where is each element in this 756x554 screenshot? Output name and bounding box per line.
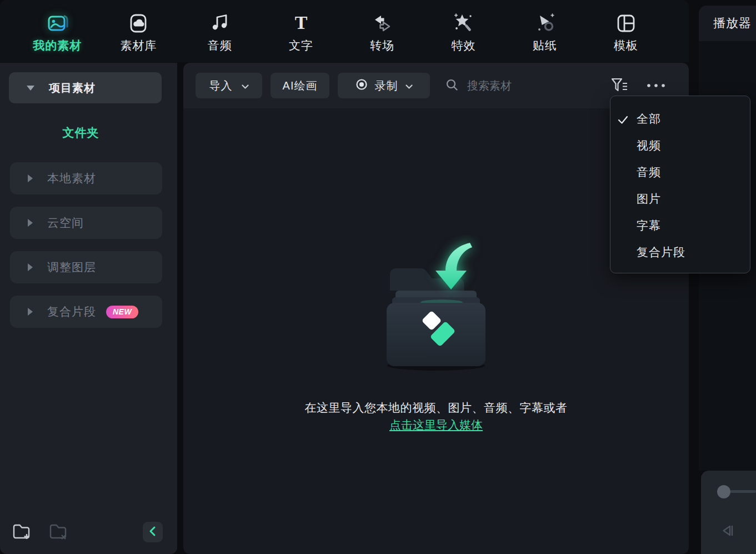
player-controls <box>701 471 756 554</box>
player-title: 播放器 <box>713 15 752 32</box>
chevron-down-icon <box>405 79 413 92</box>
checkmark-icon <box>618 114 628 127</box>
import-media-link[interactable]: 点击这里导入媒体 <box>389 418 483 431</box>
folder-x-icon <box>48 535 69 543</box>
sidebar-item-folder[interactable]: 文件夹 <box>0 125 162 141</box>
menu-item-label: 音频 <box>637 164 661 180</box>
app-window: 我的素材 素材库 <box>0 0 756 554</box>
more-options-button[interactable] <box>645 82 667 90</box>
record-icon <box>356 78 368 93</box>
tab-label: 我的素材 <box>33 38 82 53</box>
chevron-left-icon <box>147 525 158 539</box>
sidebar: 项目素材 文件夹 本地素材 云空间 调整图层 复合片段 NEW <box>0 63 177 554</box>
project-media-label: 项目素材 <box>49 81 96 96</box>
import-button[interactable]: 导入 <box>196 73 262 98</box>
my-media-icon <box>45 10 69 37</box>
player-panel-header: 播放器 <box>699 6 756 41</box>
tab-label: 转场 <box>370 38 394 53</box>
sidebar-item-local-media[interactable]: 本地素材 <box>10 162 162 194</box>
transition-icon <box>370 10 394 37</box>
group-label: 云空间 <box>47 215 84 231</box>
sidebar-item-project-media[interactable]: 项目素材 <box>9 72 162 103</box>
stock-media-icon <box>126 10 151 37</box>
caret-right-icon <box>28 219 33 227</box>
audio-icon <box>208 10 232 37</box>
folder-plus-icon <box>11 535 32 543</box>
caret-down-icon <box>27 86 34 91</box>
menu-item-label: 复合片段 <box>637 244 685 260</box>
group-label: 本地素材 <box>47 171 96 186</box>
sidebar-item-adjustment-layer[interactable]: 调整图层 <box>10 251 162 283</box>
top-navbar: 我的素材 素材库 <box>0 0 689 62</box>
import-label: 导入 <box>209 78 233 93</box>
player-slider-handle[interactable] <box>717 485 730 498</box>
tab-stock-media[interactable]: 素材库 <box>98 0 179 62</box>
previous-frame-button[interactable] <box>718 521 738 542</box>
tab-stickers[interactable]: 贴纸 <box>504 0 585 62</box>
ai-paint-button[interactable]: AI绘画 <box>271 73 329 98</box>
menu-item-all[interactable]: 全部 <box>610 106 750 132</box>
tab-text[interactable]: T 文字 <box>261 0 342 62</box>
tab-transition[interactable]: 转场 <box>342 0 423 62</box>
sticker-icon <box>533 10 557 37</box>
menu-item-audio[interactable]: 音频 <box>610 159 750 186</box>
tab-label: 音频 <box>208 38 232 53</box>
chevron-down-icon <box>242 79 249 92</box>
ai-paint-label: AI绘画 <box>283 78 318 93</box>
group-label: 调整图层 <box>47 259 96 275</box>
record-button[interactable]: 录制 <box>338 73 430 98</box>
tab-label: 模板 <box>614 38 638 53</box>
template-icon <box>614 10 638 37</box>
player-slider-track[interactable] <box>730 490 756 493</box>
tab-audio[interactable]: 音频 <box>179 0 261 62</box>
sidebar-item-cloud-space[interactable]: 云空间 <box>10 207 162 239</box>
empty-folder-illustration <box>367 235 505 376</box>
menu-item-label: 字幕 <box>637 218 661 233</box>
tab-my-media[interactable]: 我的素材 <box>17 0 98 62</box>
search-input[interactable] <box>466 79 585 93</box>
filter-dropdown-menu: 全部 视频 音频 图片 字幕 复合片段 <box>610 96 750 273</box>
menu-item-subtitle[interactable]: 字幕 <box>610 212 750 239</box>
group-label: 复合片段 <box>47 304 96 320</box>
tab-label: 贴纸 <box>533 38 557 53</box>
sidebar-footer <box>0 522 177 544</box>
add-folder-button[interactable] <box>11 522 32 543</box>
previous-frame-icon <box>718 534 738 542</box>
effects-icon <box>451 10 475 37</box>
empty-state-link-row: 点击这里导入媒体 <box>183 417 689 433</box>
menu-item-image[interactable]: 图片 <box>610 186 750 212</box>
tab-label: 文字 <box>289 38 313 53</box>
new-badge: NEW <box>106 306 138 318</box>
search-icon <box>445 78 458 93</box>
filter-icon <box>609 87 630 96</box>
menu-item-compound-clip[interactable]: 复合片段 <box>610 239 750 266</box>
tab-label: 素材库 <box>120 38 157 53</box>
filter-button[interactable] <box>609 76 630 96</box>
caret-right-icon <box>28 263 33 271</box>
text-icon: T <box>289 10 313 37</box>
tab-templates[interactable]: 模板 <box>585 0 667 62</box>
search-box <box>445 78 585 93</box>
record-label: 录制 <box>375 78 398 93</box>
sidebar-item-compound-clip[interactable]: 复合片段 NEW <box>10 296 162 328</box>
menu-item-video[interactable]: 视频 <box>610 132 750 159</box>
nav-tabs: 我的素材 素材库 <box>17 0 667 62</box>
ellipsis-icon <box>645 82 667 90</box>
menu-item-label: 全部 <box>637 111 661 127</box>
menu-item-label: 图片 <box>637 191 661 207</box>
empty-state-text: 在这里导入您本地的视频、图片、音频、字幕或者 <box>183 400 689 416</box>
collapse-sidebar-button[interactable] <box>143 522 163 542</box>
caret-right-icon <box>28 308 33 316</box>
delete-folder-button[interactable] <box>48 522 69 543</box>
tab-label: 特效 <box>451 38 475 53</box>
caret-right-icon <box>28 174 33 182</box>
svg-text:T: T <box>295 12 308 33</box>
tab-effects[interactable]: 特效 <box>423 0 504 62</box>
menu-item-label: 视频 <box>637 138 661 153</box>
